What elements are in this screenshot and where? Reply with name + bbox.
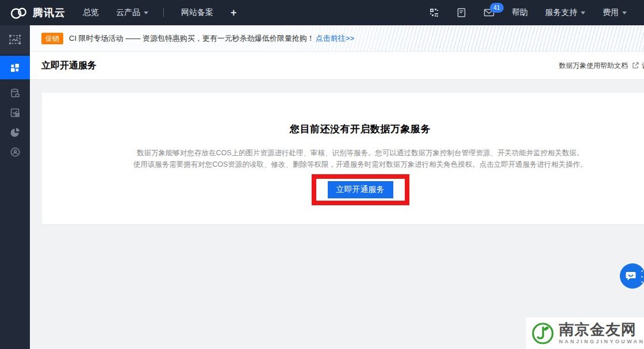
chat-widget-button[interactable] <box>620 263 644 289</box>
chevron-down-icon <box>144 11 148 14</box>
brand-home-link[interactable]: 腾讯云 <box>9 6 66 20</box>
clipped-header-text[interactable]: 设 <box>642 61 644 71</box>
console-window: 腾讯云 总览 云产品 网站备案 + <box>0 0 644 349</box>
nav-item-billing[interactable]: 费用 <box>603 7 627 18</box>
mail-icon[interactable]: 41 <box>484 8 494 17</box>
watermark-text: 南京金友网 NANJINGJINYOUWANG <box>559 322 644 344</box>
page-title: 立即开通服务 <box>41 60 97 72</box>
highlight-annotation-box: 立即开通服务 <box>312 174 409 205</box>
nav-item-products-label: 云产品 <box>116 7 140 18</box>
sidebar-item-image-review[interactable] <box>0 102 30 123</box>
sidebar-item-storage-bucket[interactable] <box>0 83 30 103</box>
chat-drag-handle[interactable] <box>641 270 643 283</box>
sidebar-item-access-management[interactable] <box>0 141 30 162</box>
database-icon <box>10 88 21 99</box>
nav-item-icp[interactable]: 网站备案 <box>181 7 213 18</box>
nav-item-billing-label: 费用 <box>603 7 619 18</box>
service-activation-card: 您目前还没有开启数据万象服务 数据万象能够对您存放在COS上的图片资源进行处理、… <box>42 93 644 224</box>
nav-right-group: 41 帮助 服务支持 费用 <box>412 7 644 18</box>
qrcode-icon[interactable] <box>429 7 439 18</box>
header-right-links: 数据万象使用帮助文档 设 <box>559 52 644 79</box>
watermark-name: 南京金友网 <box>559 322 644 338</box>
help-doc-link[interactable]: 数据万象使用帮助文档 <box>559 61 628 71</box>
main-area: 促销 CI 限时专场活动 —— 资源包特惠购买，更有一元秒杀劲爆低价限量抢购！ … <box>30 25 644 349</box>
mail-badge: 41 <box>490 3 504 13</box>
watermark-leaf-logo-icon <box>531 322 554 345</box>
sidebar-item-service-overview[interactable] <box>0 56 30 79</box>
chevron-down-icon <box>622 11 627 14</box>
page-header: 立即开通服务 数据万象使用帮助文档 设 <box>30 52 644 80</box>
tencent-cloud-logo-icon <box>9 6 28 20</box>
left-sidebar <box>0 25 30 349</box>
nav-item-products[interactable]: 云产品 <box>116 7 148 18</box>
image-review-icon <box>10 108 21 118</box>
site-watermark: 南京金友网 NANJINGJINYOUWANG <box>526 317 644 349</box>
watermark-subtitle: NANJINGJINYOUWANG <box>559 339 644 344</box>
sidebar-item-statistics[interactable] <box>0 122 30 143</box>
promo-banner: 促销 CI 限时专场活动 —— 资源包特惠购买，更有一元秒杀劲爆低价限量抢购！ … <box>30 25 644 52</box>
brand-name: 腾讯云 <box>33 6 66 20</box>
nav-item-support-label: 服务支持 <box>545 7 577 18</box>
chevron-down-icon <box>581 11 585 14</box>
promo-text: CI 限时专场活动 —— 资源包特惠购买，更有一元秒杀劲爆低价限量抢购！ <box>69 33 315 44</box>
external-link-icon[interactable] <box>631 62 639 70</box>
image-frame-icon <box>7 33 22 47</box>
card-description-line1: 数据万象能够对您存放在COS上的图片资源进行处理、审核、识别等服务。您可以通过数… <box>42 147 644 159</box>
top-nav: 腾讯云 总览 云产品 网站备案 + <box>0 0 644 25</box>
pie-chart-icon <box>10 127 21 138</box>
nav-item-support[interactable]: 服务支持 <box>545 7 585 18</box>
nav-add-tab-button[interactable]: + <box>231 7 237 19</box>
sidebar-ci-product-logo[interactable] <box>0 25 30 54</box>
promo-link[interactable]: 点击前往>> <box>316 33 354 44</box>
nav-item-overview[interactable]: 总览 <box>83 7 99 18</box>
card-heading: 您目前还没有开启数据万象服务 <box>42 93 644 136</box>
grid-icon <box>10 63 20 72</box>
chat-bubble-icon <box>624 270 637 282</box>
card-description: 数据万象能够对您存放在COS上的图片资源进行处理、审核、识别等服务。您可以通过数… <box>42 147 644 170</box>
nav-divider <box>163 8 164 17</box>
document-icon[interactable] <box>457 7 466 18</box>
open-service-button[interactable]: 立即开通服务 <box>328 181 393 198</box>
promo-badge: 促销 <box>41 33 63 44</box>
user-circle-icon <box>10 147 21 158</box>
nav-item-help[interactable]: 帮助 <box>512 7 528 18</box>
card-description-line2: 使用该服务需要拥有对您COS资源的读取、修改、删除等权限，开通服务时需对数据万象… <box>42 159 644 170</box>
